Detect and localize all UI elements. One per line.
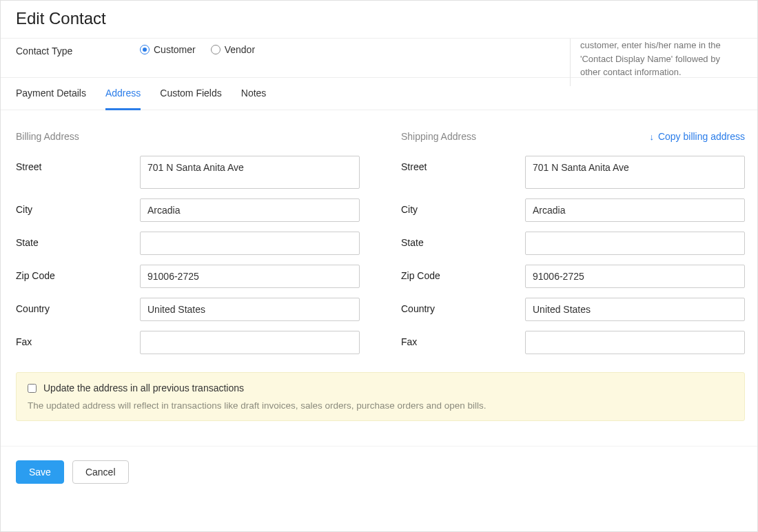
shipping-state-label: State (401, 232, 525, 248)
contact-type-vendor-label: Vendor (225, 44, 255, 55)
billing-street-input[interactable] (140, 156, 360, 189)
shipping-street-label: Street (401, 156, 525, 172)
billing-state-input[interactable] (140, 232, 360, 255)
update-previous-transactions-checkbox[interactable] (28, 384, 37, 393)
tab-notes[interactable]: Notes (241, 78, 267, 110)
contact-type-customer-label: Customer (154, 44, 196, 55)
tab-payment-details[interactable]: Payment Details (16, 78, 86, 110)
billing-country-input[interactable] (140, 298, 360, 321)
billing-city-label: City (16, 198, 140, 215)
update-previous-transactions-box: Update the address in all previous trans… (16, 372, 745, 421)
billing-zip-input[interactable] (140, 265, 360, 288)
cancel-button[interactable]: Cancel (72, 460, 129, 484)
update-previous-transactions-description: The updated address will reflect in tran… (28, 400, 733, 411)
billing-state-label: State (16, 232, 140, 248)
contact-type-label: Contact Type (16, 44, 140, 57)
billing-address-title: Billing Address (16, 131, 79, 142)
radio-icon (211, 45, 221, 54)
shipping-country-label: Country (401, 298, 525, 314)
contact-type-customer-radio[interactable]: Customer (140, 44, 196, 55)
shipping-city-input[interactable] (525, 198, 745, 222)
save-button[interactable]: Save (16, 460, 64, 484)
billing-street-label: Street (16, 156, 140, 172)
shipping-fax-input[interactable] (525, 331, 745, 354)
shipping-state-input[interactable] (525, 232, 745, 255)
shipping-fax-label: Fax (401, 331, 525, 347)
page-title: Edit Contact (16, 9, 742, 28)
contact-type-vendor-radio[interactable]: Vendor (211, 44, 255, 55)
shipping-zip-label: Zip Code (401, 265, 525, 281)
billing-fax-label: Fax (16, 331, 140, 347)
tab-address[interactable]: Address (105, 78, 141, 110)
tab-custom-fields[interactable]: Custom Fields (160, 78, 221, 110)
radio-icon (140, 45, 150, 54)
copy-billing-address-label: Copy billing address (658, 131, 745, 142)
update-previous-transactions-label: Update the address in all previous trans… (43, 382, 244, 393)
billing-zip-label: Zip Code (16, 265, 140, 281)
billing-fax-input[interactable] (140, 331, 360, 354)
down-arrow-icon: ↓ (649, 132, 654, 141)
shipping-city-label: City (401, 198, 525, 215)
contact-help-text: customer, enter his/her name in the 'Con… (570, 39, 742, 86)
shipping-zip-input[interactable] (525, 265, 745, 288)
shipping-address-title: Shipping Address (401, 131, 476, 142)
copy-billing-address-link[interactable]: ↓ Copy billing address (649, 131, 745, 142)
billing-city-input[interactable] (140, 198, 360, 222)
shipping-street-input[interactable] (525, 156, 745, 189)
shipping-country-input[interactable] (525, 298, 745, 321)
billing-country-label: Country (16, 298, 140, 314)
